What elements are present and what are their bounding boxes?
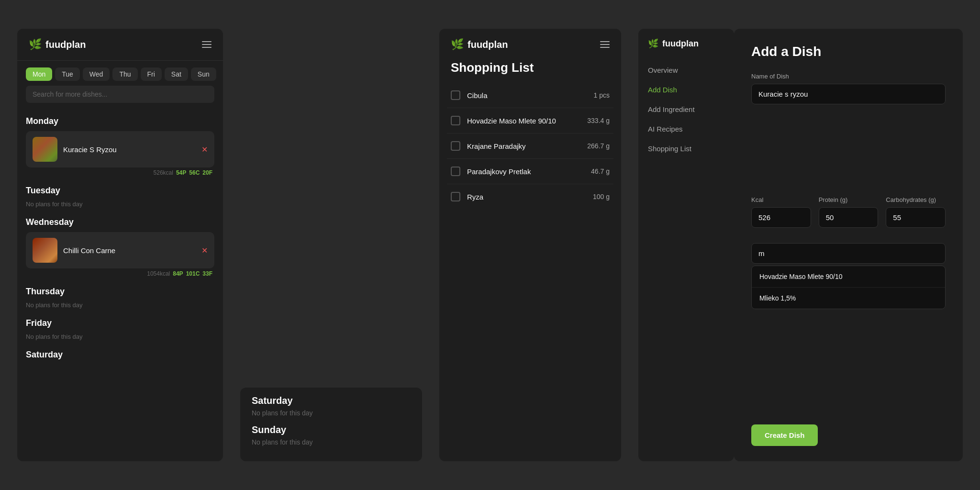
shopping-item-hovadzie: Hovadzie Maso Mlete 90/10 333.4 g xyxy=(447,108,613,134)
sidebar-item-add-ingredient[interactable]: Add Ingredient xyxy=(638,100,734,119)
shopping-qty-cibula: 1 pcs xyxy=(594,91,610,99)
carbs-label: Carbohydrates (g) xyxy=(886,196,946,203)
day-label-friday: Friday xyxy=(26,318,214,328)
dropdown-item-mlieko[interactable]: Mlieko 1,5% xyxy=(752,288,945,309)
dropdown-item-hovadzie[interactable]: Hovadzie Maso Mlete 90/10 xyxy=(752,266,945,288)
shopping-hamburger[interactable] xyxy=(600,41,610,48)
shopping-item-paradajkovy: Paradajkovy Pretlak 46.7 g xyxy=(447,159,613,184)
no-plans-thursday: No plans for this day xyxy=(26,301,214,309)
sidebar-item-overview[interactable]: Overview xyxy=(638,60,734,80)
checkbox-paradajkovy[interactable] xyxy=(451,167,460,176)
week-body: Monday Kuracie S Ryzou ✕ 526kcal54P56C20… xyxy=(17,110,223,461)
shopping-name-paradajkovy: Paradajkovy Pretlak xyxy=(467,167,584,176)
scroll-day-saturday: Saturday No plans for this day xyxy=(252,395,411,417)
meal-stats-kuracie: 526kcal54P56C20F xyxy=(26,169,214,176)
left-panel-header: 🌿 fuudplan xyxy=(17,29,223,61)
kcal-input[interactable] xyxy=(751,207,811,228)
protein-input[interactable] xyxy=(819,207,879,228)
scroll-sat-no-plans: No plans for this day xyxy=(252,409,411,417)
checkbox-ryza[interactable] xyxy=(451,192,460,201)
shopping-item-ryza: Ryza 100 g xyxy=(447,184,613,209)
checkbox-cibula[interactable] xyxy=(451,90,460,100)
stat-carbs: 56C xyxy=(189,169,200,176)
day-label-wednesday: Wednesday xyxy=(26,217,214,227)
sidebar-item-ai-recipes[interactable]: AI Recipes xyxy=(638,119,734,139)
tab-mon[interactable]: Mon xyxy=(26,67,52,81)
hamburger-menu[interactable] xyxy=(202,41,212,48)
checkbox-krajane[interactable] xyxy=(451,141,460,151)
shopping-body: Cibula 1 pcs Hovadzie Maso Mlete 90/10 3… xyxy=(439,83,621,461)
stat-carbs-chilli: 101C xyxy=(186,270,200,277)
scroll-sun-no-plans: No plans for this day xyxy=(252,438,411,446)
dish-name-input[interactable] xyxy=(751,84,946,104)
add-dish-title: Add a Dish xyxy=(751,44,946,59)
form-group-kcal: Kcal xyxy=(751,196,811,228)
stat-fat-chilli: 33F xyxy=(202,270,212,277)
form-group-carbs: Carbohydrates (g) xyxy=(886,196,946,228)
left-week-panel: 🌿 fuudplan Mon Tue Wed Thu Fri Sat Sun S… xyxy=(17,29,223,461)
meal-image-kuracie xyxy=(33,137,57,162)
mid-left-scroll-panel: Saturday No plans for this day Sunday No… xyxy=(240,388,422,461)
dish-name-label: Name of Dish xyxy=(751,73,946,80)
tab-sat[interactable]: Sat xyxy=(165,67,188,81)
ingredient-search-input[interactable] xyxy=(751,243,946,264)
tab-tue[interactable]: Tue xyxy=(55,67,80,81)
remove-kuracie-btn[interactable]: ✕ xyxy=(201,145,208,154)
form-group-protein: Protein (g) xyxy=(819,196,879,228)
sidebar-logo-icon: 🌿 xyxy=(648,38,658,49)
form-group-dish-name: Name of Dish xyxy=(751,73,946,189)
day-section-friday: Friday No plans for this day xyxy=(26,318,214,340)
shopping-qty-paradajkovy: 46.7 g xyxy=(591,167,610,175)
shopping-name-ryza: Ryza xyxy=(467,193,586,201)
dish-search[interactable]: Search for more dishes... xyxy=(26,86,214,103)
day-tabs: Mon Tue Wed Thu Fri Sat Sun xyxy=(17,61,223,86)
shopping-list-panel: 🌿 fuudplan Shopping List Cibula 1 pcs Ho… xyxy=(439,29,621,461)
tab-sun[interactable]: Sun xyxy=(191,67,216,81)
tab-thu[interactable]: Thu xyxy=(112,67,137,81)
meal-stats-chilli: 1054kcal84P101C33F xyxy=(26,270,214,277)
shopping-qty-krajane: 266.7 g xyxy=(587,142,610,150)
kcal-label: Kcal xyxy=(751,196,811,203)
stat-protein-chilli: 84P xyxy=(173,270,183,277)
logo-icon: 🌿 xyxy=(29,38,42,51)
form-row-macros: Kcal Protein (g) Carbohydrates (g) xyxy=(751,196,946,228)
shopping-item-cibula: Cibula 1 pcs xyxy=(447,83,613,108)
remove-chilli-btn[interactable]: ✕ xyxy=(201,246,208,255)
day-label-monday: Monday xyxy=(26,116,214,126)
scroll-sat-label: Saturday xyxy=(252,395,411,406)
day-section-tuesday: Tuesday No plans for this day xyxy=(26,186,214,208)
shopping-qty-ryza: 100 g xyxy=(593,193,610,200)
meal-card-kuracie: Kuracie S Ryzou ✕ xyxy=(26,131,214,167)
checkbox-hovadzie[interactable] xyxy=(451,116,460,125)
meal-img-food2 xyxy=(33,238,57,263)
shopping-qty-hovadzie: 333.4 g xyxy=(587,117,610,124)
sidebar-logo: 🌿 fuudplan xyxy=(638,38,734,60)
no-plans-tuesday: No plans for this day xyxy=(26,200,214,208)
left-logo: 🌿 fuudplan xyxy=(29,38,86,51)
sidebar-item-add-dish[interactable]: Add Dish xyxy=(638,80,734,100)
shopping-header: 🌿 fuudplan xyxy=(439,29,621,60)
day-section-thursday: Thursday No plans for this day xyxy=(26,287,214,309)
day-label-saturday-left: Saturday xyxy=(26,350,214,360)
stat-fat: 20F xyxy=(202,169,212,176)
shopping-title-wrap: Shopping List xyxy=(439,60,621,83)
shopping-logo-icon: 🌿 xyxy=(451,38,464,51)
shopping-item-krajane: Krajane Paradajky 266.7 g xyxy=(447,134,613,159)
sidebar-item-shopping-list[interactable]: Shopping List xyxy=(638,139,734,158)
create-dish-button[interactable]: Create Dish xyxy=(751,424,818,446)
add-dish-panel: Add a Dish Name of Dish Kcal Protein (g)… xyxy=(734,29,963,461)
tab-fri[interactable]: Fri xyxy=(141,67,162,81)
shopping-logo: 🌿 fuudplan xyxy=(451,38,508,51)
shopping-logo-text: fuudplan xyxy=(468,39,508,50)
no-plans-friday: No plans for this day xyxy=(26,333,214,340)
meal-name-kuracie: Kuracie S Ryzou xyxy=(63,145,196,154)
scroll-day-sunday: Sunday No plans for this day xyxy=(252,424,411,446)
carbs-input[interactable] xyxy=(886,207,946,228)
scroll-sun-label: Sunday xyxy=(252,424,411,435)
day-label-thursday: Thursday xyxy=(26,287,214,297)
ingredient-dropdown: Hovadzie Maso Mlete 90/10 Mlieko 1,5% xyxy=(751,266,946,309)
ingredient-search-wrap: Hovadzie Maso Mlete 90/10 Mlieko 1,5% xyxy=(751,243,946,309)
right-sidebar: 🌿 fuudplan Overview Add Dish Add Ingredi… xyxy=(638,29,734,461)
tab-wed[interactable]: Wed xyxy=(83,67,110,81)
meal-image-chilli xyxy=(33,238,57,263)
